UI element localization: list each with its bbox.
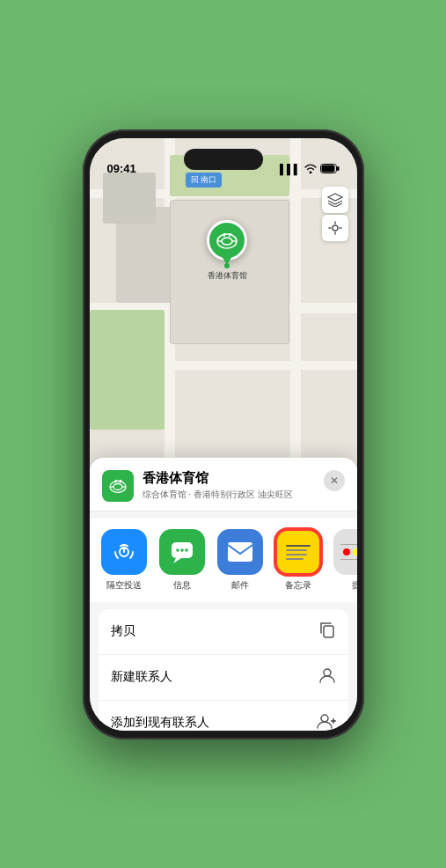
action-copy[interactable]: 拷贝 xyxy=(99,609,348,655)
pin-label: 香港体育馆 xyxy=(208,270,247,282)
wifi-icon xyxy=(304,164,317,175)
notes-line xyxy=(286,549,307,551)
place-header: 香港体育馆 综合体育馆 · 香港特别行政区 油尖旺区 ✕ xyxy=(90,458,357,511)
copy-icon xyxy=(318,621,336,643)
stadium-pin[interactable]: 香港体育馆 xyxy=(207,220,247,282)
svg-rect-29 xyxy=(324,626,333,637)
bottom-sheet: 香港体育馆 综合体育馆 · 香港特别行政区 油尖旺区 ✕ xyxy=(90,458,357,731)
signal-icon: ▌▌▌ xyxy=(280,164,300,174)
map-area[interactable]: 回 南口 xyxy=(90,138,357,482)
svg-point-26 xyxy=(180,548,184,552)
svg-point-25 xyxy=(176,548,179,552)
battery-icon xyxy=(320,164,340,175)
share-item-messages[interactable]: 信息 xyxy=(157,529,208,592)
notes-lines-decoration xyxy=(281,538,316,565)
map-road xyxy=(290,138,301,482)
notes-line xyxy=(286,554,307,555)
mail-label: 邮件 xyxy=(231,579,249,592)
add-contact-icon xyxy=(317,712,336,731)
map-background xyxy=(90,138,357,482)
mail-icon xyxy=(217,529,263,575)
close-button[interactable]: ✕ xyxy=(324,470,345,491)
svg-rect-28 xyxy=(228,542,252,562)
notes-icon xyxy=(275,529,321,575)
place-subtitle: 综合体育馆 · 香港特别行政区 油尖旺区 xyxy=(143,489,315,501)
airdrop-label: 隔空投送 xyxy=(106,579,142,592)
share-item-more[interactable]: 提 xyxy=(331,529,357,592)
phone-screen: 09:41 ▌▌▌ xyxy=(90,138,357,731)
action-add-existing[interactable]: 添加到现有联系人 xyxy=(99,701,348,731)
svg-point-13 xyxy=(113,483,122,489)
svg-point-31 xyxy=(321,715,328,722)
place-name: 香港体育馆 xyxy=(143,470,315,487)
action-new-contact-label: 新建联系人 xyxy=(111,669,172,685)
more-icon xyxy=(333,529,357,575)
notes-line xyxy=(286,545,311,547)
new-contact-icon xyxy=(318,666,336,688)
share-row: 隔空投送 信息 xyxy=(90,519,357,602)
status-time: 09:41 xyxy=(107,162,136,175)
place-info: 香港体育馆 综合体育馆 · 香港特别行政区 油尖旺区 xyxy=(143,470,315,501)
airdrop-icon xyxy=(101,529,147,575)
messages-label: 信息 xyxy=(173,579,191,592)
svg-point-27 xyxy=(185,548,188,552)
action-new-contact[interactable]: 新建联系人 xyxy=(99,655,348,701)
action-add-existing-label: 添加到现有联系人 xyxy=(111,715,209,730)
more-label: 提 xyxy=(352,579,357,592)
svg-point-30 xyxy=(324,669,331,676)
phone-frame: 09:41 ▌▌▌ xyxy=(83,129,364,739)
status-icons: ▌▌▌ xyxy=(280,164,339,175)
action-list: 拷贝 新建联系人 xyxy=(99,609,348,731)
notes-label: 备忘录 xyxy=(285,579,311,592)
dynamic-island xyxy=(184,149,263,170)
map-location-button[interactable] xyxy=(322,215,348,241)
pin-icon xyxy=(207,220,247,261)
svg-point-5 xyxy=(222,238,232,245)
share-item-mail[interactable]: 邮件 xyxy=(215,529,266,592)
share-item-airdrop[interactable]: 隔空投送 xyxy=(99,529,150,592)
place-icon xyxy=(102,470,134,502)
svg-rect-1 xyxy=(337,166,340,171)
map-green xyxy=(90,310,165,430)
svg-rect-2 xyxy=(321,165,334,172)
map-layers-button[interactable] xyxy=(322,187,348,213)
svg-point-3 xyxy=(333,225,338,231)
action-copy-label: 拷贝 xyxy=(111,623,135,639)
map-controls xyxy=(322,187,348,241)
messages-icon xyxy=(159,529,205,575)
svg-marker-24 xyxy=(173,558,181,563)
share-item-notes[interactable]: 备忘录 xyxy=(273,529,324,592)
notes-line xyxy=(286,558,303,560)
